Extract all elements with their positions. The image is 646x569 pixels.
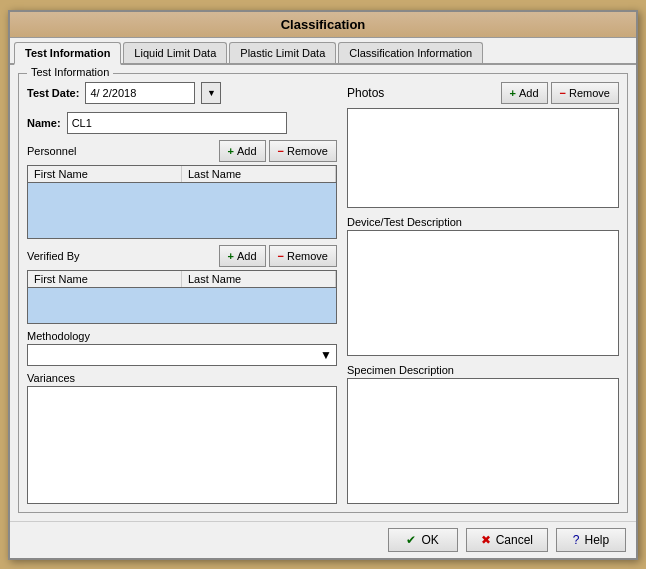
personnel-add-button[interactable]: + Add xyxy=(219,140,266,162)
test-date-input[interactable] xyxy=(85,82,195,104)
help-icon: ? xyxy=(573,533,580,547)
personnel-section: Personnel + Add − Remove xyxy=(27,140,337,239)
photos-label: Photos xyxy=(347,86,384,100)
title-bar: Classification xyxy=(10,12,636,38)
photos-header: Photos + Add − Remove xyxy=(347,82,619,104)
verified-add-button[interactable]: + Add xyxy=(219,245,266,267)
name-input[interactable] xyxy=(67,112,287,134)
personnel-label: Personnel xyxy=(27,145,77,157)
verified-header: Verified By + Add − Remove xyxy=(27,245,337,267)
tab-content: Test Information Test Date: ▼ Name: xyxy=(10,65,636,521)
ok-icon: ✔ xyxy=(406,533,416,547)
ok-button[interactable]: ✔ OK xyxy=(388,528,458,552)
col-first-name-2: First Name xyxy=(28,271,182,287)
add-icon: + xyxy=(228,250,234,262)
variances-label: Variances xyxy=(27,372,337,384)
device-desc-label: Device/Test Description xyxy=(347,216,619,228)
col-first-name: First Name xyxy=(28,166,182,182)
methodology-dropdown-arrow: ▼ xyxy=(320,348,332,362)
help-button[interactable]: ? Help xyxy=(556,528,626,552)
personnel-remove-button[interactable]: − Remove xyxy=(269,140,337,162)
variances-box[interactable] xyxy=(27,386,337,504)
methodology-select[interactable]: ▼ xyxy=(27,344,337,366)
name-row: Name: xyxy=(27,110,337,134)
cancel-button[interactable]: ✖ Cancel xyxy=(466,528,548,552)
footer: ✔ OK ✖ Cancel ? Help xyxy=(10,521,636,558)
verified-buttons: + Add − Remove xyxy=(219,245,337,267)
test-date-label: Test Date: xyxy=(27,87,79,99)
tab-plastic-limit[interactable]: Plastic Limit Data xyxy=(229,42,336,63)
personnel-table-body[interactable] xyxy=(28,183,336,238)
cancel-icon: ✖ xyxy=(481,533,491,547)
add-icon: + xyxy=(510,87,516,99)
test-date-row: Test Date: ▼ xyxy=(27,82,337,104)
remove-icon: − xyxy=(278,145,284,157)
tab-liquid-limit[interactable]: Liquid Limit Data xyxy=(123,42,227,63)
verified-table: First Name Last Name xyxy=(27,270,337,324)
section-label: Test Information xyxy=(27,66,113,78)
main-window: Classification Test Information Liquid L… xyxy=(8,10,638,560)
tab-classification[interactable]: Classification Information xyxy=(338,42,483,63)
variances-section: Variances xyxy=(27,372,337,504)
col-last-name: Last Name xyxy=(182,166,336,182)
device-desc-box[interactable] xyxy=(347,230,619,356)
tab-bar: Test Information Liquid Limit Data Plast… xyxy=(10,38,636,65)
col-last-name-2: Last Name xyxy=(182,271,336,287)
verified-table-body[interactable] xyxy=(28,288,336,323)
remove-icon: − xyxy=(560,87,566,99)
personnel-table: First Name Last Name xyxy=(27,165,337,239)
personnel-buttons: + Add − Remove xyxy=(219,140,337,162)
personnel-header: Personnel + Add − Remove xyxy=(27,140,337,162)
verified-remove-button[interactable]: − Remove xyxy=(269,245,337,267)
tab-test-information[interactable]: Test Information xyxy=(14,42,121,65)
ok-label: OK xyxy=(421,533,438,547)
test-information-section: Test Information Test Date: ▼ Name: xyxy=(18,73,628,513)
left-panel: Test Date: ▼ Name: Personnel + xyxy=(27,82,337,504)
verified-section: Verified By + Add − Remove xyxy=(27,245,337,324)
verified-label: Verified By xyxy=(27,250,80,262)
photos-section: Photos + Add − Remove xyxy=(347,82,619,208)
name-label: Name: xyxy=(27,117,61,129)
specimen-label: Specimen Description xyxy=(347,364,619,376)
methodology-row: Methodology ▼ xyxy=(27,330,337,366)
window-title: Classification xyxy=(281,17,366,32)
remove-icon: − xyxy=(278,250,284,262)
methodology-label: Methodology xyxy=(27,330,337,342)
add-icon: + xyxy=(228,145,234,157)
photos-buttons: + Add − Remove xyxy=(501,82,619,104)
date-dropdown-arrow[interactable]: ▼ xyxy=(201,82,221,104)
right-panel: Photos + Add − Remove xyxy=(347,82,619,504)
personnel-table-header: First Name Last Name xyxy=(28,166,336,183)
device-description-section: Device/Test Description xyxy=(347,216,619,356)
specimen-section: Specimen Description xyxy=(347,364,619,504)
cancel-label: Cancel xyxy=(496,533,533,547)
help-label: Help xyxy=(585,533,610,547)
photos-remove-button[interactable]: − Remove xyxy=(551,82,619,104)
photos-box[interactable] xyxy=(347,108,619,208)
verified-table-header: First Name Last Name xyxy=(28,271,336,288)
specimen-box[interactable] xyxy=(347,378,619,504)
photos-add-button[interactable]: + Add xyxy=(501,82,548,104)
